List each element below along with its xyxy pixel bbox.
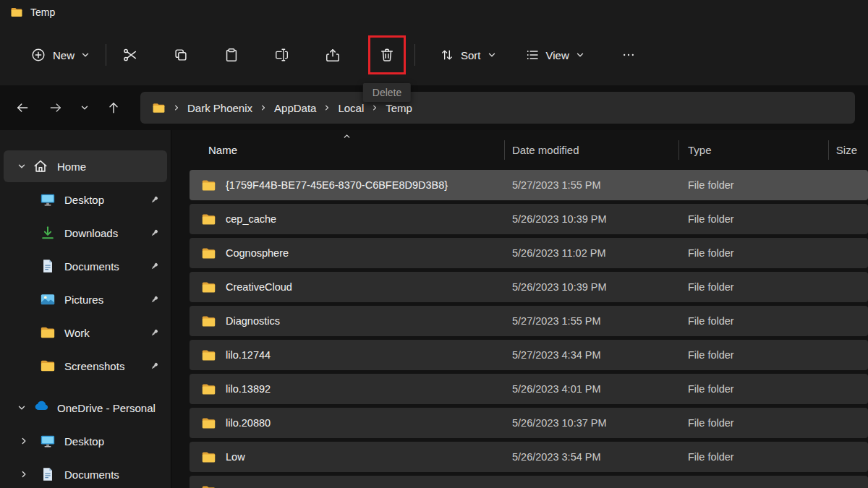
folder-icon	[40, 358, 56, 374]
column-header-type[interactable]: Type	[678, 130, 828, 170]
sort-button[interactable]: Sort	[431, 41, 505, 69]
forward-button[interactable]	[42, 94, 69, 121]
table-row[interactable]: {1759F44B-BE77-45E6-8370-C6BFE8D9D3B8} 5…	[190, 170, 868, 200]
sidebar-item-desktop[interactable]: Desktop	[4, 184, 167, 215]
sidebar-item-documents[interactable]: Documents	[4, 458, 167, 488]
file-date-modified: 5/27/2023 1:55 PM	[504, 179, 678, 191]
file-type: File folder	[678, 417, 828, 429]
sidebar-item-home[interactable]: Home	[4, 150, 167, 182]
sort-icon	[440, 48, 454, 62]
sidebar-item-screenshots[interactable]: Screenshots	[4, 350, 167, 382]
paste-button[interactable]	[215, 38, 248, 72]
folder-icon	[201, 178, 216, 193]
file-date-modified: 5/26/2023 4:01 PM	[504, 383, 678, 395]
chevron-right-icon	[371, 104, 378, 111]
folder-icon	[201, 280, 216, 295]
file-date-modified: 5/26/2023 10:37 PM	[504, 417, 678, 429]
column-header-date-modified[interactable]: Date modified	[504, 130, 678, 170]
breadcrumb-item[interactable]: Local	[338, 102, 364, 114]
sidebar-item-label: Pictures	[64, 294, 103, 306]
file-pane: Name Date modified Type Size {1759F44B-B…	[171, 130, 868, 488]
paste-icon	[224, 47, 239, 63]
file-date-modified: 5/26/2023 10:39 PM	[504, 213, 678, 225]
view-button[interactable]: View	[516, 41, 593, 69]
sidebar-item-desktop[interactable]: Desktop	[4, 425, 167, 457]
file-name: CreativeCloud	[226, 281, 292, 293]
file-date-modified: 5/27/2023 1:55 PM	[504, 315, 678, 327]
breadcrumb-item[interactable]: Dark Phoenix	[187, 102, 252, 114]
up-button[interactable]	[100, 94, 127, 121]
sidebar-item-label: Downloads	[64, 227, 118, 239]
file-explorer-window: Temp New	[0, 0, 868, 488]
share-button[interactable]	[316, 38, 349, 72]
table-row-partial[interactable]	[190, 476, 868, 488]
breadcrumb-item[interactable]: AppData	[274, 102, 316, 114]
file-name: cep_cache	[226, 213, 276, 225]
sidebar-item-label: Documents	[64, 468, 119, 481]
folder-icon[interactable]	[152, 101, 166, 115]
delete-button-red-highlight: Delete	[368, 35, 406, 74]
table-row[interactable]: Diagnostics 5/27/2023 1:55 PM File folde…	[190, 306, 868, 336]
more-options-button[interactable]	[612, 38, 645, 72]
column-header-date-label: Date modified	[512, 144, 579, 156]
document-icon	[40, 466, 56, 482]
new-button[interactable]: New	[22, 40, 98, 69]
recent-locations-button[interactable]	[75, 94, 94, 121]
pin-icon	[149, 328, 160, 338]
table-row[interactable]: CreativeCloud 5/26/2023 10:39 PM File fo…	[190, 272, 868, 302]
file-date-modified: 5/26/2023 11:02 PM	[504, 247, 678, 259]
chevron-right-icon[interactable]	[11, 470, 40, 479]
file-name: lilo.20880	[226, 417, 271, 429]
sort-button-label: Sort	[461, 49, 481, 61]
sidebar-item-work[interactable]: Work	[4, 317, 167, 348]
table-row[interactable]: Cognosphere 5/26/2023 11:02 PM File fold…	[190, 238, 868, 268]
sidebar-item-documents[interactable]: Documents	[4, 250, 167, 282]
sidebar-item-label: Work	[64, 327, 90, 339]
rename-icon	[274, 47, 290, 63]
folder-icon	[201, 314, 216, 329]
plus-circle-icon	[30, 47, 46, 63]
table-row[interactable]: Low 5/26/2023 3:54 PM File folder	[190, 442, 868, 472]
file-list: {1759F44B-BE77-45E6-8370-C6BFE8D9D3B8} 5…	[171, 170, 868, 488]
chevron-down-icon[interactable]	[11, 403, 33, 412]
table-row[interactable]: cep_cache 5/26/2023 10:39 PM File folder	[190, 204, 868, 234]
document-icon	[40, 258, 56, 274]
view-icon	[525, 48, 540, 62]
window-title: Temp	[30, 7, 55, 18]
column-header-size[interactable]: Size	[828, 130, 868, 170]
chevron-down-icon[interactable]	[11, 162, 33, 171]
back-button[interactable]	[9, 94, 36, 121]
table-row[interactable]: lilo.20880 5/26/2023 10:37 PM File folde…	[190, 408, 868, 438]
cloud-icon	[33, 400, 48, 416]
breadcrumb: Dark PhoenixAppDataLocalTemp	[140, 92, 855, 124]
rename-button[interactable]	[265, 38, 299, 72]
monitor-icon	[40, 433, 56, 449]
sidebar-item-pictures[interactable]: Pictures	[4, 283, 167, 315]
sidebar-item-downloads[interactable]: Downloads	[4, 217, 167, 249]
monitor-icon	[40, 192, 56, 207]
copy-button[interactable]	[164, 38, 197, 72]
folder-icon	[201, 246, 216, 261]
pin-icon	[149, 228, 160, 239]
table-row[interactable]: lilo.13892 5/26/2023 4:01 PM File folder	[190, 374, 868, 404]
sidebar-item-label: OneDrive - Personal	[57, 402, 156, 414]
sidebar-item-label: Desktop	[64, 194, 104, 206]
copy-icon	[173, 47, 189, 63]
chevron-down-icon	[488, 51, 496, 59]
file-type: File folder	[678, 281, 828, 293]
chevron-down-icon	[80, 103, 89, 112]
back-arrow-icon	[15, 100, 30, 115]
cut-button[interactable]	[114, 38, 147, 72]
trash-icon	[379, 47, 395, 63]
sidebar-item-onedrive-personal[interactable]: OneDrive - Personal	[4, 392, 167, 424]
forward-arrow-icon	[48, 100, 63, 115]
column-header-name[interactable]: Name	[190, 130, 504, 170]
breadcrumb-item[interactable]: Temp	[386, 102, 412, 114]
file-type: File folder	[678, 179, 828, 191]
table-row[interactable]: lilo.12744 5/27/2023 4:34 PM File folder	[190, 340, 868, 370]
delete-button[interactable]	[368, 35, 406, 74]
file-name: Low	[226, 451, 245, 463]
picture-icon	[40, 291, 56, 307]
file-type: File folder	[678, 349, 828, 361]
chevron-right-icon[interactable]	[11, 437, 40, 445]
